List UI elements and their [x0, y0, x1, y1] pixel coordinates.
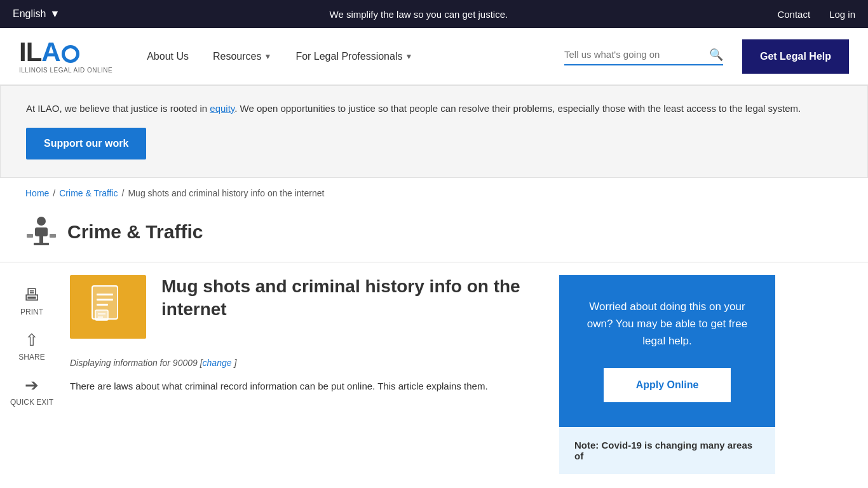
svg-rect-4 — [27, 234, 33, 238]
article-meta: Displaying information for 90009 [change… — [70, 358, 540, 368]
equity-link[interactable]: equity — [210, 103, 234, 114]
category-title: Crime & Traffic — [67, 221, 203, 243]
print-icon: 🖶 — [24, 285, 40, 305]
sidebar-quick-exit[interactable]: ➔ QUICK EXIT — [6, 372, 57, 410]
banner-text: At ILAO, we believe that justice is root… — [26, 101, 842, 116]
category-icon — [25, 215, 57, 249]
category-header: Crime & Traffic — [0, 208, 868, 262]
change-location-link[interactable]: change — [203, 358, 232, 368]
logo[interactable]: ILA ILLINOIS LEGAL AID ONLINE — [19, 39, 112, 74]
svg-rect-10 — [95, 310, 108, 320]
quick-exit-icon: ➔ — [25, 376, 39, 395]
sidebar-print[interactable]: 🖶 PRINT — [17, 281, 47, 320]
top-bar-tagline: We simplify the law so you can get justi… — [60, 9, 777, 20]
search-input[interactable] — [564, 49, 704, 60]
article-header: Mug shots and criminal history info on t… — [70, 275, 540, 339]
breadcrumb-current: Mug shots and criminal history info on t… — [128, 188, 324, 198]
support-work-button[interactable]: Support our work — [26, 128, 146, 159]
svg-rect-8 — [97, 299, 113, 301]
breadcrumb-home[interactable]: Home — [25, 188, 49, 198]
svg-rect-3 — [34, 243, 49, 245]
article-area: Mug shots and criminal history info on t… — [64, 275, 559, 474]
search-area: 🔍 — [564, 48, 723, 65]
share-icon: ⇧ — [25, 330, 39, 350]
logo-circle-icon — [62, 45, 79, 63]
legal-help-text: Worried about doing this on your own? Yo… — [577, 298, 757, 350]
main-content: 🖶 PRINT ⇧ SHARE ➔ QUICK EXIT — [0, 262, 868, 474]
article-title: Mug shots and criminal history info on t… — [161, 275, 540, 322]
nav-about[interactable]: About Us — [138, 44, 198, 69]
get-legal-help-button[interactable]: Get Legal Help — [742, 39, 849, 74]
svg-rect-5 — [50, 234, 56, 238]
top-bar-actions: Contact Log in — [777, 9, 855, 20]
article-intro: There are laws about what criminal recor… — [70, 378, 540, 395]
breadcrumb: Home / Crime & Traffic / Mug shots and c… — [0, 178, 868, 208]
right-panel: Worried about doing this on your own? Yo… — [559, 275, 775, 474]
nav-resources[interactable]: Resources ▼ — [204, 44, 280, 69]
nav-links: About Us Resources ▼ For Legal Professio… — [138, 44, 545, 69]
for-legal-chevron-icon: ▼ — [405, 52, 412, 61]
sidebar-share[interactable]: ⇧ SHARE — [15, 327, 48, 365]
language-label: English — [13, 8, 46, 20]
login-link[interactable]: Log in — [829, 9, 855, 20]
article-thumbnail — [70, 275, 146, 339]
apply-online-button[interactable]: Apply Online — [604, 368, 731, 402]
search-icon[interactable]: 🔍 — [709, 48, 723, 62]
top-bar: English ▼ We simplify the law so you can… — [0, 0, 868, 28]
logo-subtitle: ILLINOIS LEGAL AID ONLINE — [19, 67, 112, 74]
svg-rect-1 — [35, 227, 48, 236]
svg-point-0 — [37, 217, 46, 226]
svg-rect-2 — [39, 236, 43, 243]
nav-for-legal[interactable]: For Legal Professionals ▼ — [287, 44, 421, 69]
sidebar: 🖶 PRINT ⇧ SHARE ➔ QUICK EXIT — [0, 275, 64, 474]
contact-link[interactable]: Contact — [777, 9, 810, 20]
breadcrumb-crime-traffic[interactable]: Crime & Traffic — [59, 188, 118, 198]
svg-rect-9 — [97, 304, 108, 306]
language-selector[interactable]: English ▼ — [13, 8, 60, 20]
language-chevron-icon: ▼ — [50, 8, 60, 20]
svg-rect-7 — [97, 294, 113, 295]
legal-help-card: Worried about doing this on your own? Yo… — [559, 275, 775, 425]
covid-note: Note: Covid-19 is changing many areas of — [559, 425, 775, 474]
nav-bar: ILA ILLINOIS LEGAL AID ONLINE About Us R… — [0, 28, 868, 85]
banner: At ILAO, we believe that justice is root… — [0, 85, 868, 178]
resources-chevron-icon: ▼ — [264, 52, 271, 61]
